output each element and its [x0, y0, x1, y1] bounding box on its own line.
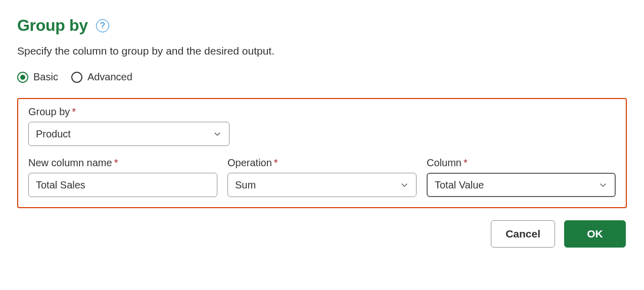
radio-circle-icon	[71, 72, 82, 83]
chevron-down-icon	[213, 129, 222, 138]
radio-basic-label: Basic	[33, 71, 58, 83]
form-highlight-box: Group by* Product New column name* Total…	[17, 98, 627, 208]
radio-advanced-label: Advanced	[87, 71, 132, 83]
mode-radio-group: Basic Advanced	[17, 71, 627, 83]
radio-circle-icon	[17, 72, 28, 83]
dialog-title: Group by	[17, 16, 88, 35]
ok-button[interactable]: OK	[564, 220, 626, 248]
new-column-name-input[interactable]: Total Sales	[28, 173, 217, 197]
column-label: Column*	[427, 157, 616, 169]
groupby-label: Group by*	[28, 106, 616, 118]
radio-advanced[interactable]: Advanced	[71, 71, 132, 83]
dialog-subtitle: Specify the column to group by and the d…	[17, 45, 627, 57]
dialog-footer: Cancel OK	[17, 220, 627, 248]
radio-basic[interactable]: Basic	[17, 71, 58, 83]
chevron-down-icon	[599, 180, 608, 189]
help-icon[interactable]: ?	[96, 19, 109, 32]
operation-label: Operation*	[227, 157, 417, 169]
cancel-button[interactable]: Cancel	[491, 220, 555, 248]
column-dropdown[interactable]: Total Value	[427, 173, 616, 197]
chevron-down-icon	[400, 180, 409, 189]
new-column-name-label: New column name*	[28, 157, 217, 169]
operation-dropdown[interactable]: Sum	[227, 173, 417, 197]
groupby-dropdown[interactable]: Product	[28, 122, 229, 146]
